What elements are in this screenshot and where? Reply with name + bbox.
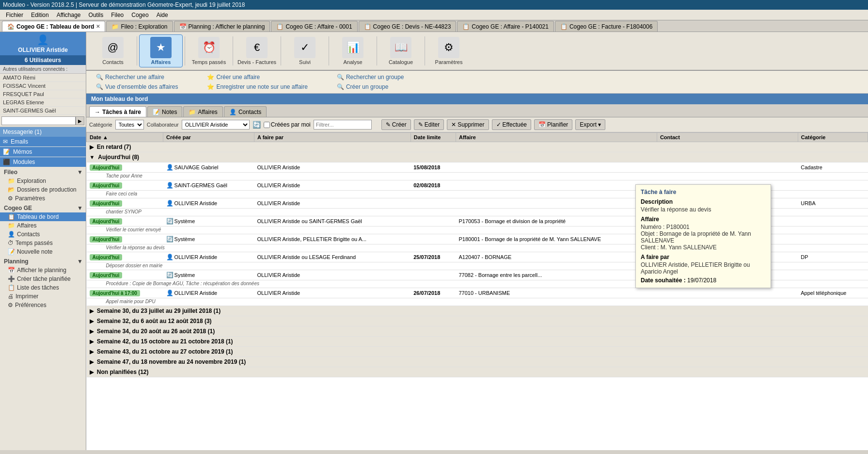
- menu-aide[interactable]: Aide: [153, 11, 172, 19]
- btn-planifier[interactable]: 📅 Planifier: [534, 119, 572, 130]
- module-devis-factures[interactable]: € Devis - Factures: [235, 35, 279, 67]
- dtab-taches[interactable]: → Tâches à faire: [89, 106, 146, 117]
- creees-par-moi-checkbox[interactable]: [264, 122, 270, 128]
- sidebar-item-dossiers[interactable]: 📂 Dossiers de production: [0, 185, 86, 194]
- tab-tableau-de-bord[interactable]: 🏠 Cogeo GE : Tableau de bord ✕: [2, 21, 105, 32]
- btn-supprimer[interactable]: ✕ Supprimer: [447, 119, 489, 130]
- action-creer-affaire[interactable]: ⭐ Créer une affaire: [207, 74, 308, 81]
- collaborateur-select[interactable]: OLLIVIER Aristide: [182, 120, 250, 130]
- sidebar-users-count[interactable]: 6 Utilisateurs: [0, 55, 86, 65]
- col-contact[interactable]: Contact: [657, 133, 798, 142]
- group-semaine-42[interactable]: ▶ Semaine 42, du 15 octobre au 21 octobr…: [87, 337, 868, 347]
- sidebar-search-button[interactable]: ▶: [76, 116, 84, 125]
- tab-devis[interactable]: 📋 Cogeo GE : Devis - NE-44823: [359, 21, 457, 32]
- col-affaire[interactable]: Affaire: [456, 133, 657, 142]
- sidebar-item-temps-passes[interactable]: ⏱ Temps passés: [0, 239, 86, 247]
- dashboard-title: Mon tableau de bord: [91, 96, 148, 102]
- group-semaine-43[interactable]: ▶ Semaine 43, du 21 octobre au 27 octobr…: [87, 347, 868, 357]
- action-creer-groupe[interactable]: 🔍 Créer un groupe: [337, 83, 404, 90]
- dtab-contacts[interactable]: 👤 Contacts: [224, 106, 267, 117]
- filter-input[interactable]: [314, 120, 372, 130]
- menu-cogeo[interactable]: Cogeo: [127, 11, 152, 19]
- col-date-limite[interactable]: Date limite: [410, 133, 456, 142]
- menu-bar: Fichier Edition Affichage Outils Fileo C…: [0, 10, 868, 20]
- liste-taches-label: Liste des tâches: [17, 284, 59, 291]
- task-table-wrapper[interactable]: Date ▲ Créée par A faire par Date limite…: [86, 132, 868, 450]
- group-semaine-34[interactable]: ▶ Semaine 34, du 20 août au 26 août 2018…: [87, 326, 868, 337]
- table-row[interactable]: Aujourd'hui 👤SAUVAGE Gabriel OLLIVIER Ar…: [87, 162, 868, 173]
- sidebar-section-cogeo[interactable]: Cogeo GE ▼: [0, 203, 86, 212]
- sidebar-item-imprimer[interactable]: 🖨 Imprimer: [0, 292, 86, 301]
- tab-close-icon[interactable]: ✕: [96, 24, 100, 29]
- tab-fileo-exploration[interactable]: 📁 Fileo : Exploration: [106, 21, 173, 32]
- group-semaine-47[interactable]: ▶ Semaine 47, du 18 novembre au 24 novem…: [87, 357, 868, 367]
- creees-par-moi-label: Créées par moi: [271, 121, 311, 128]
- tab-affaire-0001[interactable]: 📋 Cogeo GE : Affaire - 0001: [271, 21, 357, 32]
- btn-editer[interactable]: ✎ Editer: [414, 119, 444, 130]
- menu-edition[interactable]: Edition: [27, 11, 53, 19]
- btn-creer[interactable]: ✎ Créer: [381, 119, 411, 130]
- sidebar-item-preferences[interactable]: ⚙ Préférences: [0, 301, 86, 309]
- action-rechercher-groupe[interactable]: 🔍 Rechercher un groupe: [337, 74, 404, 81]
- sidebar-modules[interactable]: ⬛ Modules: [0, 157, 86, 167]
- group-aujourd-hui[interactable]: ▼ Aujourd'hui (8): [87, 152, 868, 162]
- module-suivi[interactable]: ✓ Suivi: [283, 35, 327, 67]
- action-rechercher-affaire[interactable]: 🔍 Rechercher une affaire: [96, 74, 178, 81]
- module-temps[interactable]: ⏰ Temps passés: [187, 35, 231, 67]
- sidebar-item-parametres-fileo[interactable]: ⚙ Paramètres: [0, 194, 86, 203]
- btn-effectuee[interactable]: ✓ Effectuée: [492, 119, 531, 130]
- sidebar-memos[interactable]: 📝 Mémos: [0, 147, 86, 157]
- module-contacts[interactable]: @ Contacts: [91, 35, 135, 67]
- sidebar-connected-label: Autres utilisateurs connectés :: [0, 65, 86, 74]
- sidebar-item-afficher-planning[interactable]: 📅 Afficher le planning: [0, 266, 86, 275]
- group-semaine-32[interactable]: ▶ Semaine 32, du 6 août au 12 août 2018 …: [87, 316, 868, 326]
- notes-tab-label: Notes: [162, 109, 177, 115]
- user-avatar-icon: 👤: [3, 34, 83, 46]
- menu-outils[interactable]: Outils: [85, 11, 108, 19]
- col-categorie[interactable]: Catégorie: [798, 133, 868, 142]
- module-affaires[interactable]: ★ Affaires: [139, 34, 183, 67]
- action-vue-ensemble[interactable]: 🔍 Vue d'ensemble des affaires: [96, 83, 178, 90]
- sidebar-item-exploration[interactable]: 📁 Exploration: [0, 177, 86, 185]
- affaires-icon: 📁: [8, 222, 15, 229]
- task-datelimite-6: 25/07/2018: [410, 252, 456, 262]
- col-a-faire-par[interactable]: A faire par: [254, 133, 411, 142]
- col-date[interactable]: Date ▲: [87, 133, 163, 142]
- module-catalogue[interactable]: 📖 Catalogue: [379, 35, 423, 67]
- menu-affichage[interactable]: Affichage: [53, 11, 85, 19]
- group-semaine-30[interactable]: ▶ Semaine 30, du 23 juillet au 29 juille…: [87, 306, 868, 316]
- group-en-retard[interactable]: ▶ En retard (7): [87, 142, 868, 152]
- sidebar-user-amato: AMATO Rémi: [0, 74, 86, 82]
- devis-module-label: Devis - Factures: [237, 59, 276, 65]
- group-non-planifiees[interactable]: ▶ Non planifiées (12): [87, 367, 868, 377]
- sidebar-section-fileo[interactable]: Fileo ▼: [0, 167, 86, 177]
- sidebar-item-nouvelle-note[interactable]: 📝 Nouvelle note: [0, 247, 86, 256]
- menu-fichier[interactable]: Fichier: [2, 11, 27, 19]
- sidebar-emails[interactable]: ✉ Emails: [0, 137, 86, 146]
- table-row[interactable]: Aujourd'hui à 17:00 👤OLLIVIER Aristide O…: [87, 288, 868, 298]
- action-enregistrer-note[interactable]: ⭐ Enregistrer une note sur une affaire: [207, 83, 308, 90]
- contacts-label: Contacts: [17, 231, 40, 238]
- sidebar-item-liste-taches[interactable]: 📋 Liste des tâches: [0, 283, 86, 292]
- categorie-select[interactable]: Toutes: [115, 120, 144, 130]
- module-parametres[interactable]: ⚙ Paramètres: [427, 35, 471, 67]
- sidebar-search-input[interactable]: [1, 116, 76, 125]
- btn-export[interactable]: Export ▾: [575, 119, 605, 130]
- module-analyse[interactable]: 📊 Analyse: [331, 35, 375, 67]
- dtab-affaires[interactable]: 📁 Affaires: [183, 106, 222, 117]
- sidebar-section-planning[interactable]: Planning ▼: [0, 256, 86, 266]
- sidebar-item-creer-tache[interactable]: ➕ Créer tâche planifiée: [0, 275, 86, 283]
- sidebar-item-contacts[interactable]: 👤 Contacts: [0, 230, 86, 239]
- col-creee-par[interactable]: Créée par: [163, 133, 254, 142]
- task-afairepar-2: OLLIVIER Aristide: [254, 180, 411, 191]
- tab-affaire-p140021[interactable]: 📋 Cogeo GE : Affaire - P140021: [457, 21, 554, 32]
- dtab-notes[interactable]: 📝 Notes: [147, 106, 182, 117]
- menu-fileo[interactable]: Fileo: [107, 11, 127, 19]
- sidebar-item-tableau-de-bord[interactable]: 📋 Tableau de bord: [0, 212, 86, 221]
- tab-planning[interactable]: 📅 Planning : Afficher le planning: [174, 21, 270, 32]
- sidebar-item-affaires[interactable]: 📁 Affaires: [0, 221, 86, 230]
- refresh-icon[interactable]: 🔄: [253, 121, 261, 129]
- editer-btn-label: Editer: [425, 121, 440, 128]
- sidebar-messagerie[interactable]: Messagerie (1): [0, 127, 86, 137]
- tab-facture[interactable]: 📋 Cogeo GE : Facture - F1804006: [555, 21, 658, 32]
